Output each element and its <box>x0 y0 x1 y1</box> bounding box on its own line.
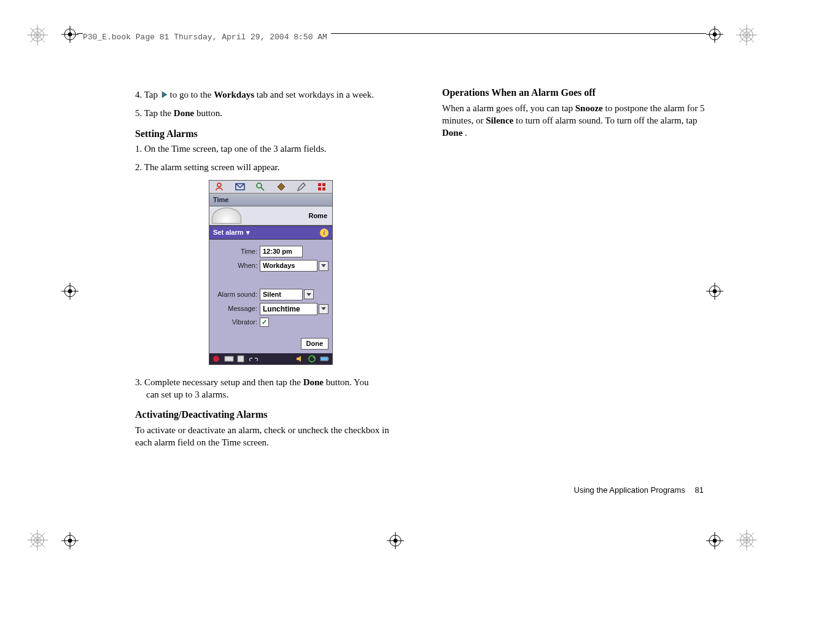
page-footer: Using the Application Programs 81 <box>574 485 704 495</box>
registration-mark-icon <box>27 25 48 45</box>
sound-dropdown-icon[interactable] <box>304 289 314 299</box>
registration-mark-icon <box>736 530 757 551</box>
text: button. You <box>326 377 369 387</box>
svg-point-35 <box>68 289 72 293</box>
play-arrow-icon <box>160 89 168 96</box>
operations-body: When a alarm goes off, you can tap Snooz… <box>442 102 712 139</box>
when-field[interactable]: Workdays <box>260 260 317 272</box>
page-number: 81 <box>695 485 704 495</box>
done-button[interactable]: Done <box>301 338 329 350</box>
crop-mark-icon <box>61 283 79 300</box>
text: tab and set workdays in a week. <box>257 90 374 100</box>
text: When a alarm goes off, you can tap <box>442 103 575 113</box>
message-label: Message: <box>213 304 260 313</box>
setting-step-1: 1. On the Time screen, tap one of the 3 … <box>135 143 405 155</box>
svg-point-31 <box>713 33 717 36</box>
text: 3. Complete necessary setup and then tap… <box>135 377 303 387</box>
status-dot-icon <box>212 355 222 363</box>
text: 5. Tap the <box>135 108 174 118</box>
vibrator-checkbox[interactable]: ✓ <box>260 318 269 327</box>
bold-text: Done <box>442 128 462 138</box>
pen-icon[interactable] <box>297 182 306 192</box>
city-label: Rome <box>308 211 327 221</box>
battery-icon <box>320 355 330 363</box>
registration-mark-icon <box>27 530 48 551</box>
time-field[interactable]: 12:30 pm <box>260 246 303 257</box>
phone-world-row: Rome <box>209 206 332 225</box>
phone-title: Time <box>209 194 332 207</box>
footer-section: Using the Application Programs <box>574 485 685 495</box>
task-icon[interactable] <box>236 355 246 363</box>
svg-rect-57 <box>318 183 321 186</box>
heading-activating: Activating/Deactivating Alarms <box>135 408 405 421</box>
message-field[interactable]: Lunchtime <box>260 303 317 315</box>
svg-rect-67 <box>321 357 328 361</box>
svg-point-27 <box>68 33 72 36</box>
time-label: Time: <box>213 247 260 256</box>
svg-point-51 <box>394 539 397 543</box>
activating-body: To activate or deactivate an alarm, chec… <box>135 424 405 449</box>
svg-point-65 <box>309 356 315 362</box>
svg-marker-52 <box>162 92 167 98</box>
bold-text: Workdays <box>214 90 254 100</box>
bold-text: Done <box>303 377 324 387</box>
phone-bottom-bar <box>209 353 332 364</box>
clock-icon <box>212 208 241 224</box>
crop-mark-icon <box>706 532 723 549</box>
svg-marker-56 <box>278 183 285 190</box>
apps-icon[interactable] <box>317 182 327 192</box>
framemaker-banner: P30_E.book Page 81 Thursday, April 29, 2… <box>83 33 331 42</box>
vibrator-label: Vibrator: <box>213 318 260 327</box>
phone-screenshot: Time Rome Set alarm ▾ i Time: 12:30 pm <box>209 180 333 365</box>
text: 4. Tap <box>135 90 160 100</box>
crop-mark-icon <box>387 532 404 549</box>
text: to go to the <box>170 90 214 100</box>
mail-icon[interactable] <box>235 182 245 192</box>
message-dropdown-icon[interactable] <box>319 304 329 314</box>
speaker-icon[interactable] <box>295 355 305 363</box>
when-dropdown-icon[interactable] <box>319 261 329 271</box>
phone-top-toolbar <box>209 181 332 194</box>
sound-field[interactable]: Silent <box>260 289 303 300</box>
contacts-icon[interactable] <box>215 182 225 192</box>
crop-mark-icon <box>61 532 79 549</box>
svg-line-55 <box>261 187 264 190</box>
svg-rect-58 <box>322 183 325 186</box>
svg-rect-60 <box>322 187 325 190</box>
registration-mark-icon <box>736 25 757 45</box>
step-4: 4. Tap to go to the Workdays tab and set… <box>135 88 405 101</box>
heading-operations: Operations When an Alarm Goes off <box>442 86 712 100</box>
svg-point-54 <box>257 183 262 188</box>
bold-text: Snooze <box>575 103 603 113</box>
svg-marker-64 <box>297 356 301 362</box>
refresh-icon[interactable] <box>308 355 317 363</box>
svg-point-61 <box>213 356 219 362</box>
left-column: 4. Tap to go to the Workdays tab and set… <box>135 86 405 455</box>
alarm-form: Time: 12:30 pm When: Workdays Alarm soun… <box>209 240 332 335</box>
svg-point-39 <box>713 289 717 293</box>
svg-point-47 <box>713 539 717 543</box>
zoom-icon[interactable] <box>255 182 265 192</box>
crop-mark-icon <box>61 26 79 43</box>
dropdown-icon: ▾ <box>246 228 250 237</box>
right-column: Operations When an Alarm Goes off When a… <box>442 86 712 455</box>
svg-point-43 <box>68 539 72 543</box>
info-icon[interactable]: i <box>320 229 329 237</box>
text: can set up to 3 alarms. <box>146 388 405 401</box>
set-alarm-menu[interactable]: Set alarm ▾ i <box>209 225 332 240</box>
svg-rect-59 <box>318 187 321 190</box>
svg-rect-68 <box>328 358 329 359</box>
step-5: 5. Tap the Done button. <box>135 107 405 119</box>
crop-mark-icon <box>706 26 723 43</box>
set-alarm-label: Set alarm <box>213 228 244 237</box>
when-label: When: <box>213 261 260 270</box>
keyboard-icon[interactable] <box>224 355 234 363</box>
text: button. <box>196 108 222 118</box>
sound-label: Alarm sound: <box>213 290 260 299</box>
bold-text: Done <box>174 108 194 118</box>
bold-text: Silence <box>486 116 513 125</box>
heading-setting-alarms: Setting Alarms <box>135 127 405 141</box>
svg-rect-62 <box>225 356 233 361</box>
link-icon <box>249 355 259 363</box>
diamond-icon[interactable] <box>276 182 286 192</box>
